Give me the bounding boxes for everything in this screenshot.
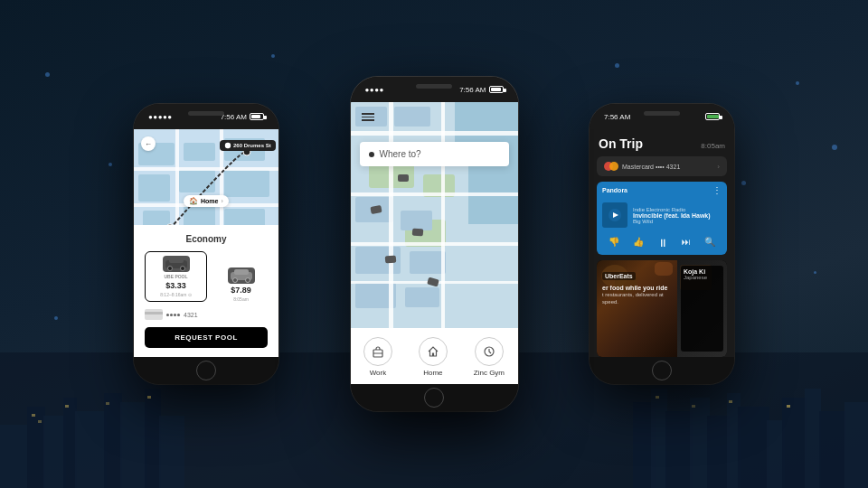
home-button-right[interactable] xyxy=(652,361,672,380)
home-button-left[interactable] xyxy=(196,361,216,380)
phone-center-bottom xyxy=(351,384,518,411)
phone-left: ●●●●● 7:56 AM xyxy=(134,104,278,384)
work-icon xyxy=(363,337,392,366)
car-map2 xyxy=(411,228,423,236)
status-time-center: 7:56 AM xyxy=(459,86,486,94)
phone-right-speaker xyxy=(644,111,680,116)
battery-center xyxy=(489,86,504,93)
status-right: 7:56 AM xyxy=(221,113,264,121)
nav-item-zinc-gym[interactable]: Zinc Gym xyxy=(474,337,505,377)
card-number: 4321 xyxy=(184,312,198,318)
music-section: Pandora ⋮ Indie Electronic Radio Invinci… xyxy=(597,182,727,255)
nav-item-work[interactable]: Work xyxy=(363,337,392,377)
koja-name: Koja Ki xyxy=(684,268,721,275)
home-label: Home xyxy=(201,198,218,204)
gym-icon xyxy=(475,337,504,366)
clock-svg xyxy=(483,345,495,358)
map-block-c8 xyxy=(405,287,439,307)
svg-point-33 xyxy=(225,143,231,148)
payment-row: 4321 xyxy=(145,309,268,320)
uber-price: $7.89 xyxy=(231,286,251,295)
economy-title: Economy xyxy=(145,234,268,244)
phone-speaker xyxy=(188,111,224,116)
phone-center-speaker xyxy=(416,84,452,89)
hamburger-line3 xyxy=(362,119,374,121)
pool-time: 8:12–8:16am ⊙ xyxy=(160,292,192,297)
phone-center: ●●●● 7:56 AM xyxy=(351,77,518,411)
mastercard-icon xyxy=(604,162,618,171)
map-block-c6 xyxy=(410,251,446,274)
work-label: Work xyxy=(370,369,387,377)
back-button[interactable]: ← xyxy=(141,136,156,151)
music-more-icon[interactable]: ⋮ xyxy=(712,185,722,195)
ubereats-logo: UberEats xyxy=(602,272,636,280)
music-logo-svg xyxy=(608,208,622,222)
ubereats-section[interactable]: UberEats er food while you ride t restau… xyxy=(597,260,727,357)
svg-point-36 xyxy=(167,267,172,271)
home-svg xyxy=(427,345,439,358)
thumbdown-button[interactable]: 👎 xyxy=(609,237,619,249)
skip-button[interactable]: ⏭ xyxy=(682,237,691,249)
status-time-left: 7:56 AM xyxy=(221,113,247,121)
payment-info: Mastercard •••• 4321 xyxy=(604,162,680,171)
home-button-center[interactable] xyxy=(424,388,444,408)
back-arrow-icon: ← xyxy=(145,140,152,148)
koja-card: Koja Ki Japanese xyxy=(681,266,723,352)
svg-rect-35 xyxy=(169,258,184,263)
pool-price: $3.33 xyxy=(165,281,186,290)
chevron-right-icon: › xyxy=(717,163,720,171)
destination-pin: 260 Drumes St xyxy=(220,140,276,151)
pin-icon xyxy=(224,142,231,149)
home-nav-icon xyxy=(419,337,448,366)
destination-label: 260 Drumes St xyxy=(233,143,271,148)
hamburger-line1 xyxy=(362,113,374,115)
phone-left-bottom xyxy=(134,357,278,384)
thumbup-button[interactable]: 👍 xyxy=(633,237,644,249)
where-to-bar[interactable]: Where to? xyxy=(360,142,509,166)
road-center-v1 xyxy=(389,102,393,328)
ubereats-subtext: t restaurants, delivered at speed. xyxy=(602,292,672,306)
svg-point-40 xyxy=(232,278,237,283)
music-artist: Big Wild xyxy=(633,219,722,224)
request-pool-button[interactable]: REQUEST POOL xyxy=(145,327,268,348)
road-center-v2 xyxy=(441,102,445,328)
svg-point-37 xyxy=(180,267,184,271)
battery-icon xyxy=(250,113,264,120)
music-info: Indie Electronic Radio Invincible (feat.… xyxy=(633,207,722,224)
ride-option-uber[interactable]: $7.89 8:05am xyxy=(214,267,268,302)
music-header: Pandora ⋮ xyxy=(597,182,727,199)
road-center-h2 xyxy=(351,192,518,196)
on-trip-header: On Trip 8:05am xyxy=(590,129,734,156)
phone-right: 7:56 AM On Trip 8:05am Mastercard •••• 4… xyxy=(590,104,734,384)
phones-container: ●●●●● 7:56 AM xyxy=(0,0,868,488)
map-block-c4 xyxy=(401,211,432,230)
phone-right-status-bar: 7:56 AM xyxy=(590,104,734,129)
pool-icon xyxy=(163,256,190,272)
ubereats-headline: er food while you ride xyxy=(602,284,672,292)
signal-icons: ●●●●● xyxy=(148,113,173,121)
map-block-c2 xyxy=(394,107,430,127)
ride-option-pool[interactable]: UBE POOL $3.33 8:12–8:16am ⊙ xyxy=(145,251,207,302)
phone-left-status-bar: ●●●●● 7:56 AM xyxy=(134,104,278,129)
ubereats-right: Koja Ki Japanese xyxy=(677,260,727,357)
signal-center: ●●●● xyxy=(365,86,384,94)
ride-options: UBE POOL $3.33 8:12–8:16am ⊙ $7.89 xyxy=(145,251,268,302)
where-to-text: Where to? xyxy=(380,149,421,159)
svg-rect-39 xyxy=(234,269,249,275)
payment-section[interactable]: Mastercard •••• 4321 › xyxy=(597,156,727,176)
map-section-left: 260 Drumes St ← 🏠 Home › xyxy=(134,129,278,225)
car-map4 xyxy=(427,277,439,287)
home-marker: 🏠 Home › xyxy=(184,195,229,207)
music-controls: 👎 👍 ⏸ ⏭ 🔍 xyxy=(597,233,727,255)
nav-item-home[interactable]: Home xyxy=(419,337,448,377)
svg-rect-43 xyxy=(145,312,163,314)
hamburger-line2 xyxy=(362,117,374,118)
home-chevron: › xyxy=(221,198,222,204)
home-icon: 🏠 xyxy=(189,197,198,205)
hamburger-menu[interactable] xyxy=(362,113,374,121)
car-svg xyxy=(164,257,189,271)
search-music-button[interactable]: 🔍 xyxy=(704,237,715,249)
ubereats-left: UberEats er food while you ride t restau… xyxy=(597,260,677,357)
pause-button[interactable]: ⏸ xyxy=(657,237,668,249)
car-map5 xyxy=(398,174,409,182)
